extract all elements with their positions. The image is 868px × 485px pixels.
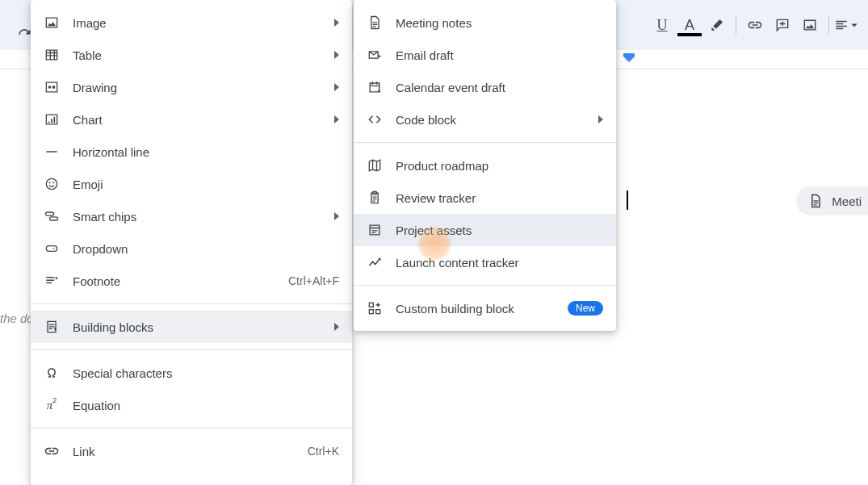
- redo-button[interactable]: [16, 24, 32, 44]
- link-icon: [44, 443, 60, 459]
- menu-separator: [354, 285, 616, 286]
- add-comment-button[interactable]: [769, 11, 796, 39]
- menu-item-label: Product roadmap: [396, 159, 603, 173]
- insert-image-button[interactable]: [796, 11, 824, 39]
- menu-item-smart-chips[interactable]: Smart chips: [31, 200, 352, 232]
- menu-item-drawing[interactable]: Drawing: [31, 71, 352, 103]
- dropdown-icon: [44, 240, 60, 257]
- svg-point-0: [48, 86, 52, 89]
- building-blocks-icon: [44, 319, 60, 335]
- submenu-item-calendar-event[interactable]: Calendar event draft: [354, 71, 616, 103]
- submenu-arrow-icon: [334, 19, 339, 27]
- menu-item-label: Table: [73, 48, 321, 62]
- menu-item-equation[interactable]: π2 Equation: [31, 389, 352, 421]
- chevron-down-icon: [847, 17, 862, 33]
- menu-item-label: Image: [73, 16, 321, 30]
- svg-point-4: [53, 182, 55, 183]
- svg-rect-10: [369, 310, 373, 314]
- side-chip[interactable]: Meeti: [796, 186, 868, 215]
- highlight-button[interactable]: [703, 11, 731, 39]
- menu-item-label: Meeting notes: [396, 16, 603, 30]
- insert-menu: Image Table Drawing Chart Horizontal lin…: [31, 0, 352, 485]
- email-draft-icon: [367, 47, 383, 63]
- document-icon: [367, 15, 383, 31]
- emoji-icon: [44, 176, 60, 192]
- comment-plus-icon: [774, 17, 790, 33]
- svg-rect-7: [46, 246, 57, 252]
- submenu-item-product-roadmap[interactable]: Product roadmap: [354, 149, 616, 182]
- menu-item-emoji[interactable]: Emoji: [31, 168, 352, 200]
- submenu-item-email-draft[interactable]: Email draft: [354, 39, 616, 71]
- equation-icon: π2: [44, 397, 60, 413]
- svg-rect-11: [376, 310, 380, 314]
- menu-item-horizontal-line[interactable]: Horizontal line: [31, 136, 352, 168]
- toolbar-separator: [736, 15, 736, 35]
- doc-hint-text: the do: [0, 311, 34, 325]
- submenu-arrow-icon: [334, 51, 339, 59]
- menu-separator: [31, 428, 352, 429]
- menu-item-label: Email draft: [396, 48, 603, 62]
- table-icon: [44, 47, 60, 63]
- submenu-item-code-block[interactable]: Code block: [354, 103, 616, 136]
- text-color-button[interactable]: A: [676, 11, 703, 39]
- menu-item-label: Emoji: [73, 178, 339, 191]
- submenu-item-custom-building-block[interactable]: Custom building block New: [354, 292, 616, 324]
- image-icon: [44, 15, 60, 31]
- svg-rect-6: [50, 217, 58, 220]
- map-icon: [367, 157, 383, 174]
- menu-item-building-blocks[interactable]: Building blocks: [31, 311, 352, 343]
- submenu-item-meeting-notes[interactable]: Meeting notes: [354, 6, 616, 39]
- submenu-arrow-icon: [334, 83, 339, 91]
- insert-link-button[interactable]: [741, 11, 769, 39]
- menu-separator: [31, 303, 352, 304]
- project-assets-icon: [367, 222, 383, 238]
- align-dropdown[interactable]: [834, 11, 862, 39]
- submenu-arrow-icon: [598, 115, 603, 123]
- menu-item-label: Project assets: [396, 224, 603, 237]
- menu-item-label: Launch content tracker: [396, 256, 603, 270]
- code-icon: [367, 111, 383, 128]
- submenu-arrow-icon: [334, 323, 339, 331]
- chart-icon: [44, 111, 60, 128]
- menu-item-label: Equation: [73, 399, 339, 412]
- menu-item-shortcut: Ctrl+K: [308, 445, 339, 458]
- smart-chips-icon: [44, 208, 60, 224]
- svg-point-3: [49, 182, 51, 183]
- highlighter-icon: [709, 17, 725, 33]
- link-icon: [747, 17, 763, 33]
- calendar-draft-icon: [367, 79, 383, 95]
- menu-item-label: Footnote: [73, 274, 275, 288]
- underline-button[interactable]: U: [648, 11, 676, 39]
- menu-separator: [354, 142, 616, 143]
- menu-item-label: Review tracker: [396, 191, 603, 205]
- menu-item-label: Dropdown: [73, 242, 339, 256]
- menu-item-label: Special characters: [73, 366, 339, 380]
- menu-item-label: Drawing: [73, 81, 321, 94]
- document-icon: [807, 193, 824, 209]
- menu-item-chart[interactable]: Chart: [31, 103, 352, 136]
- trend-icon: [367, 254, 383, 270]
- submenu-item-review-tracker[interactable]: Review tracker: [354, 182, 616, 214]
- submenu-item-project-assets[interactable]: Project assets: [354, 214, 616, 246]
- submenu-item-launch-content-tracker[interactable]: Launch content tracker: [354, 246, 616, 278]
- menu-item-image[interactable]: Image: [31, 6, 352, 39]
- menu-item-shortcut: Ctrl+Alt+F: [288, 274, 339, 287]
- menu-item-label: Code block: [396, 113, 585, 127]
- menu-separator: [31, 349, 352, 350]
- new-badge: New: [568, 301, 603, 316]
- menu-item-dropdown[interactable]: Dropdown: [31, 232, 352, 265]
- submenu-arrow-icon: [334, 115, 339, 123]
- submenu-arrow-icon: [334, 212, 339, 220]
- redo-icon: [16, 24, 32, 40]
- horizontal-line-icon: [44, 144, 60, 160]
- menu-item-link[interactable]: Link Ctrl+K: [31, 435, 352, 467]
- toolbar-separator: [828, 15, 829, 35]
- menu-item-footnote[interactable]: Footnote Ctrl+Alt+F: [31, 265, 352, 297]
- menu-item-table[interactable]: Table: [31, 39, 352, 71]
- svg-rect-9: [369, 303, 373, 307]
- image-icon: [802, 17, 818, 33]
- svg-rect-1: [52, 86, 55, 88]
- text-cursor: [627, 190, 628, 210]
- menu-item-special-characters[interactable]: Special characters: [31, 357, 352, 389]
- tab-stop-marker[interactable]: [623, 53, 635, 65]
